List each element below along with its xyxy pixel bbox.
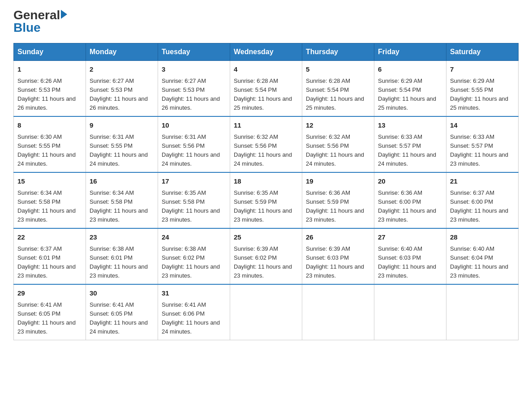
day-info: Sunrise: 6:26 AMSunset: 5:53 PMDaylight:… (17, 77, 76, 111)
day-info: Sunrise: 6:35 AMSunset: 5:59 PMDaylight:… (234, 189, 292, 223)
calendar-cell: 4Sunrise: 6:28 AMSunset: 5:54 PMDaylight… (230, 61, 302, 117)
day-number: 25 (234, 232, 298, 243)
day-number: 11 (234, 120, 298, 131)
day-info: Sunrise: 6:36 AMSunset: 6:00 PMDaylight:… (378, 189, 436, 223)
day-info: Sunrise: 6:36 AMSunset: 5:59 PMDaylight:… (306, 189, 364, 223)
day-info: Sunrise: 6:27 AMSunset: 5:53 PMDaylight:… (162, 77, 220, 111)
day-number: 4 (234, 64, 298, 75)
calendar-cell: 12Sunrise: 6:32 AMSunset: 5:56 PMDayligh… (302, 116, 374, 172)
calendar-cell: 20Sunrise: 6:36 AMSunset: 6:00 PMDayligh… (374, 172, 446, 228)
calendar-cell: 19Sunrise: 6:36 AMSunset: 5:59 PMDayligh… (302, 172, 374, 228)
day-number: 9 (90, 120, 154, 131)
day-info: Sunrise: 6:27 AMSunset: 5:53 PMDaylight:… (90, 77, 148, 111)
day-info: Sunrise: 6:41 AMSunset: 6:06 PMDaylight:… (162, 301, 220, 335)
calendar-cell (302, 284, 374, 340)
header-wednesday: Wednesday (230, 43, 302, 61)
day-info: Sunrise: 6:33 AMSunset: 5:57 PMDaylight:… (378, 133, 436, 167)
week-row-3: 15Sunrise: 6:34 AMSunset: 5:58 PMDayligh… (14, 172, 519, 228)
calendar-table: SundayMondayTuesdayWednesdayThursdayFrid… (13, 43, 519, 340)
day-number: 13 (378, 120, 442, 131)
day-info: Sunrise: 6:40 AMSunset: 6:03 PMDaylight:… (378, 245, 436, 279)
calendar-cell: 18Sunrise: 6:35 AMSunset: 5:59 PMDayligh… (230, 172, 302, 228)
day-info: Sunrise: 6:39 AMSunset: 6:03 PMDaylight:… (306, 245, 364, 279)
day-number: 26 (306, 232, 370, 243)
day-info: Sunrise: 6:29 AMSunset: 5:55 PMDaylight:… (450, 77, 508, 111)
day-info: Sunrise: 6:37 AMSunset: 6:01 PMDaylight:… (17, 245, 76, 279)
header-tuesday: Tuesday (158, 43, 230, 61)
day-number: 30 (90, 288, 154, 299)
day-number: 19 (306, 176, 370, 187)
calendar-cell: 5Sunrise: 6:28 AMSunset: 5:54 PMDaylight… (302, 61, 374, 117)
day-number: 2 (90, 64, 154, 75)
calendar-cell: 9Sunrise: 6:31 AMSunset: 5:55 PMDaylight… (86, 116, 158, 172)
day-info: Sunrise: 6:31 AMSunset: 5:55 PMDaylight:… (90, 133, 148, 167)
calendar-cell: 2Sunrise: 6:27 AMSunset: 5:53 PMDaylight… (86, 61, 158, 117)
day-info: Sunrise: 6:32 AMSunset: 5:56 PMDaylight:… (234, 133, 292, 167)
calendar-cell: 7Sunrise: 6:29 AMSunset: 5:55 PMDaylight… (446, 61, 519, 117)
calendar-cell: 14Sunrise: 6:33 AMSunset: 5:57 PMDayligh… (446, 116, 519, 172)
day-info: Sunrise: 6:38 AMSunset: 6:02 PMDaylight:… (162, 245, 220, 279)
day-number: 1 (17, 64, 82, 75)
day-number: 21 (450, 176, 515, 187)
calendar-cell: 6Sunrise: 6:29 AMSunset: 5:54 PMDaylight… (374, 61, 446, 117)
header-friday: Friday (374, 43, 446, 61)
day-number: 12 (306, 120, 370, 131)
calendar-cell: 3Sunrise: 6:27 AMSunset: 5:53 PMDaylight… (158, 61, 230, 117)
day-info: Sunrise: 6:41 AMSunset: 6:05 PMDaylight:… (90, 301, 148, 335)
calendar-cell: 16Sunrise: 6:34 AMSunset: 5:58 PMDayligh… (86, 172, 158, 228)
week-row-4: 22Sunrise: 6:37 AMSunset: 6:01 PMDayligh… (14, 228, 519, 284)
calendar-cell: 26Sunrise: 6:39 AMSunset: 6:03 PMDayligh… (302, 228, 374, 284)
day-info: Sunrise: 6:39 AMSunset: 6:02 PMDaylight:… (234, 245, 292, 279)
calendar-cell: 11Sunrise: 6:32 AMSunset: 5:56 PMDayligh… (230, 116, 302, 172)
logo-arrow-icon (61, 10, 67, 19)
day-number: 27 (378, 232, 442, 243)
calendar-cell (374, 284, 446, 340)
day-number: 31 (162, 288, 226, 299)
calendar-cell: 23Sunrise: 6:38 AMSunset: 6:01 PMDayligh… (86, 228, 158, 284)
logo: General Blue (13, 9, 67, 34)
day-info: Sunrise: 6:30 AMSunset: 5:55 PMDaylight:… (17, 133, 76, 167)
day-number: 18 (234, 176, 298, 187)
calendar-cell: 8Sunrise: 6:30 AMSunset: 5:55 PMDaylight… (14, 116, 86, 172)
calendar-cell: 24Sunrise: 6:38 AMSunset: 6:02 PMDayligh… (158, 228, 230, 284)
calendar-cell: 28Sunrise: 6:40 AMSunset: 6:04 PMDayligh… (446, 228, 519, 284)
header-sunday: Sunday (14, 43, 86, 61)
week-row-1: 1Sunrise: 6:26 AMSunset: 5:53 PMDaylight… (14, 61, 519, 117)
day-number: 8 (17, 120, 82, 131)
calendar-cell: 21Sunrise: 6:37 AMSunset: 6:00 PMDayligh… (446, 172, 519, 228)
header-row: SundayMondayTuesdayWednesdayThursdayFrid… (14, 43, 519, 61)
calendar-cell: 29Sunrise: 6:41 AMSunset: 6:05 PMDayligh… (14, 284, 86, 340)
day-number: 10 (162, 120, 226, 131)
day-number: 29 (17, 288, 82, 299)
week-row-2: 8Sunrise: 6:30 AMSunset: 5:55 PMDaylight… (14, 116, 519, 172)
day-number: 15 (17, 176, 82, 187)
day-info: Sunrise: 6:34 AMSunset: 5:58 PMDaylight:… (17, 189, 76, 223)
calendar-cell (230, 284, 302, 340)
calendar-cell: 15Sunrise: 6:34 AMSunset: 5:58 PMDayligh… (14, 172, 86, 228)
calendar-cell: 25Sunrise: 6:39 AMSunset: 6:02 PMDayligh… (230, 228, 302, 284)
day-info: Sunrise: 6:32 AMSunset: 5:56 PMDaylight:… (306, 133, 364, 167)
calendar-cell: 13Sunrise: 6:33 AMSunset: 5:57 PMDayligh… (374, 116, 446, 172)
header-saturday: Saturday (446, 43, 519, 61)
week-row-5: 29Sunrise: 6:41 AMSunset: 6:05 PMDayligh… (14, 284, 519, 340)
day-info: Sunrise: 6:28 AMSunset: 5:54 PMDaylight:… (306, 77, 364, 111)
calendar-cell: 1Sunrise: 6:26 AMSunset: 5:53 PMDaylight… (14, 61, 86, 117)
day-number: 5 (306, 64, 370, 75)
calendar-cell: 17Sunrise: 6:35 AMSunset: 5:58 PMDayligh… (158, 172, 230, 228)
calendar-cell: 10Sunrise: 6:31 AMSunset: 5:56 PMDayligh… (158, 116, 230, 172)
day-info: Sunrise: 6:38 AMSunset: 6:01 PMDaylight:… (90, 245, 148, 279)
calendar-cell: 27Sunrise: 6:40 AMSunset: 6:03 PMDayligh… (374, 228, 446, 284)
day-number: 7 (450, 64, 515, 75)
header-thursday: Thursday (302, 43, 374, 61)
day-info: Sunrise: 6:34 AMSunset: 5:58 PMDaylight:… (90, 189, 148, 223)
day-number: 20 (378, 176, 442, 187)
calendar-cell: 22Sunrise: 6:37 AMSunset: 6:01 PMDayligh… (14, 228, 86, 284)
day-info: Sunrise: 6:40 AMSunset: 6:04 PMDaylight:… (450, 245, 508, 279)
header-monday: Monday (86, 43, 158, 61)
day-number: 23 (90, 232, 154, 243)
day-info: Sunrise: 6:35 AMSunset: 5:58 PMDaylight:… (162, 189, 220, 223)
day-number: 3 (162, 64, 226, 75)
day-info: Sunrise: 6:41 AMSunset: 6:05 PMDaylight:… (17, 301, 76, 335)
day-number: 6 (378, 64, 442, 75)
day-info: Sunrise: 6:33 AMSunset: 5:57 PMDaylight:… (450, 133, 508, 167)
